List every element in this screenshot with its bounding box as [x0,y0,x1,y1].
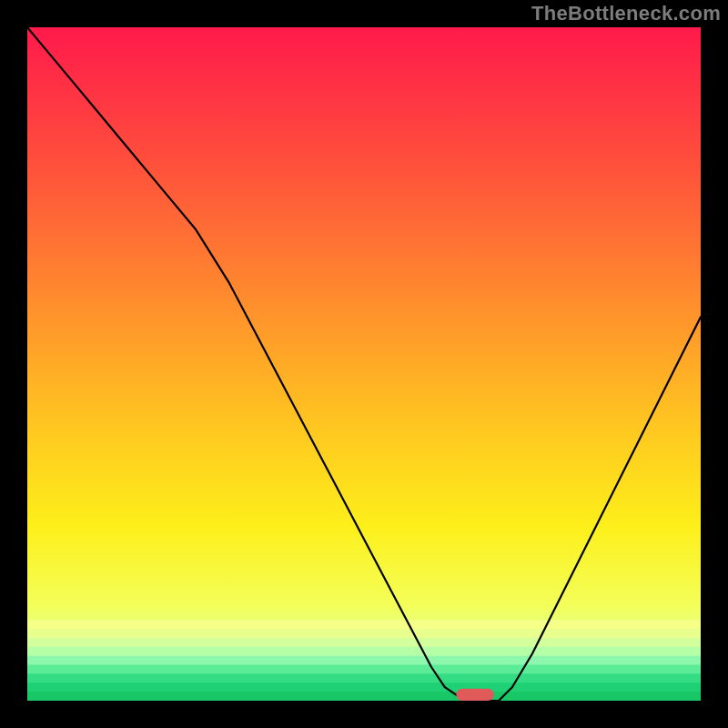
watermark-text: TheBottleneck.com [531,2,721,25]
svg-rect-4 [27,656,701,666]
optimal-marker [456,689,493,701]
svg-rect-7 [27,682,701,693]
chart-svg [27,27,701,701]
svg-rect-5 [27,665,701,675]
svg-rect-6 [27,673,701,683]
svg-rect-3 [27,647,701,657]
svg-rect-2 [27,638,701,648]
chart-area [27,27,701,701]
svg-rect-0 [27,620,701,630]
chart-frame: TheBottleneck.com [0,0,728,728]
bottom-bands [27,620,701,701]
svg-rect-1 [27,629,701,639]
svg-rect-8 [27,692,701,701]
chart-background [27,27,701,701]
